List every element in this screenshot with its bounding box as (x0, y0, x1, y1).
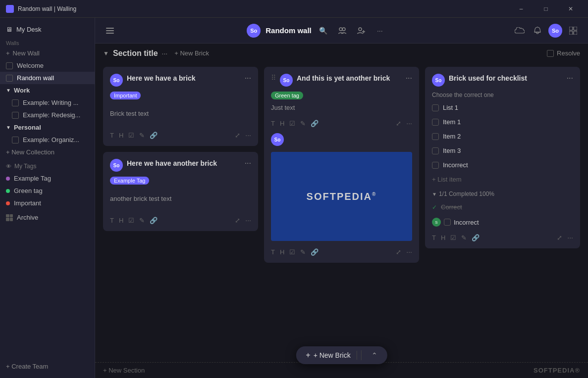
sidebar-item-welcome[interactable]: Welcome (0, 59, 95, 72)
heading-icon[interactable]: H (441, 234, 445, 241)
section-chevron-icon[interactable]: ▼ (103, 50, 109, 57)
new-collection-button[interactable]: + New Collection (0, 146, 95, 158)
heading-icon[interactable]: H (119, 217, 123, 224)
mention-icon[interactable]: ✎ (139, 217, 145, 224)
brick-tag[interactable]: Green tag (271, 92, 303, 99)
checklist-checkbox-3[interactable] (432, 133, 439, 140)
fab-collapse-button[interactable]: ⌃ (366, 351, 377, 359)
layout-button[interactable] (566, 24, 580, 38)
brick-menu-button[interactable]: ··· (245, 159, 251, 168)
minimize-button[interactable]: – (510, 0, 533, 18)
mention-icon[interactable]: ✎ (300, 248, 306, 256)
maximize-button[interactable]: □ (535, 0, 557, 18)
brick-title[interactable]: And this is yet another brick (297, 74, 402, 83)
sidebar-item-example-organiz[interactable]: Example: Organiz... (0, 134, 95, 146)
link-icon[interactable]: 🔗 (311, 248, 319, 256)
sidebar-item-example-writing[interactable]: Example: Writing ... (0, 96, 95, 109)
checklist-checkbox-2[interactable] (432, 119, 439, 126)
text-format-icon[interactable]: T (432, 234, 436, 241)
mention-icon[interactable]: ✎ (300, 120, 306, 127)
text-format-icon[interactable]: T (110, 132, 114, 139)
brick-more-button[interactable]: ··· (406, 248, 412, 256)
checklist-checkbox-4[interactable] (432, 147, 439, 154)
svg-rect-11 (574, 27, 577, 30)
section-new-brick-button[interactable]: + New Brick (171, 48, 212, 58)
add-list-item-button[interactable]: + List item (432, 174, 573, 185)
checklist-icon[interactable]: ☑ (128, 132, 134, 139)
brick-more-button[interactable]: ··· (245, 131, 251, 139)
heading-icon[interactable]: H (119, 132, 123, 139)
checklist-checkbox-5[interactable] (432, 162, 439, 169)
heading-icon[interactable]: H (280, 120, 284, 127)
new-section-label: + New Section (103, 367, 145, 374)
brick-title[interactable]: Here we have a brick (127, 74, 241, 83)
checklist-icon[interactable]: ☑ (289, 120, 295, 127)
new-section-bar[interactable]: + New Section (95, 362, 588, 378)
sidebar-group-personal[interactable]: ▼ Personal (0, 121, 95, 134)
more-button[interactable]: ··· (373, 24, 387, 38)
create-team-button[interactable]: + Create Team (6, 363, 89, 370)
brick-menu-button[interactable]: ··· (567, 74, 573, 83)
brick-title[interactable]: Brick used for checklist (449, 74, 563, 83)
brick-more-button[interactable]: ··· (245, 216, 251, 224)
tag-dot (6, 177, 10, 181)
resolve-button[interactable]: Resolve (547, 49, 580, 57)
user-avatar-right[interactable]: So (548, 24, 562, 38)
new-brick-fab-button[interactable]: + + New Brick (306, 351, 357, 360)
close-button[interactable]: ✕ (559, 0, 582, 18)
sidebar-item-archive[interactable]: Archive (0, 211, 95, 224)
my-desk-item[interactable]: 🖥 My Desk (0, 22, 95, 37)
incorrect-checkbox[interactable] (444, 219, 451, 226)
brick-title[interactable]: Here we have another brick (127, 159, 241, 168)
heading-icon[interactable]: H (280, 248, 284, 256)
text-format-icon[interactable]: T (271, 248, 275, 256)
section-menu-button[interactable]: ··· (162, 49, 168, 57)
cloud-button[interactable] (513, 24, 527, 38)
main-content: So Random wall 🔍 ··· So (95, 18, 588, 378)
sidebar-item-example-redesig[interactable]: Example: Redesig... (0, 109, 95, 121)
text-format-icon[interactable]: T (110, 217, 114, 224)
link-icon[interactable]: 🔗 (150, 132, 158, 139)
expand-button[interactable]: ⤢ (396, 248, 401, 256)
expand-button[interactable]: ⤢ (396, 120, 401, 127)
brick-more-button[interactable]: ··· (406, 119, 412, 127)
welcome-label: Welcome (17, 62, 44, 69)
hamburger-button[interactable] (103, 24, 117, 38)
resolve-checkbox[interactable] (547, 50, 554, 57)
brick-menu-button[interactable]: ··· (406, 74, 412, 83)
expand-button[interactable]: ⤢ (235, 132, 240, 139)
link-icon[interactable]: 🔗 (311, 120, 319, 127)
page-icon (6, 75, 13, 82)
checklist-progress: ▼ 1/1 Completed 100% (432, 190, 573, 197)
incorrect-row: S Incorrect (432, 218, 573, 227)
mention-icon[interactable]: ✎ (139, 132, 145, 139)
text-format-icon[interactable]: T (271, 120, 275, 127)
expand-button[interactable]: ⤢ (235, 217, 240, 224)
sidebar-item-random-wall[interactable]: Random wall (0, 72, 95, 84)
sidebar-tag-green[interactable]: Green tag (0, 185, 95, 197)
mention-icon[interactable]: ✎ (461, 234, 467, 241)
sidebar-group-work[interactable]: ▼ Work (0, 84, 95, 96)
notification-button[interactable] (531, 24, 544, 38)
add-user-button[interactable] (354, 24, 368, 38)
checklist-icon[interactable]: ☑ (450, 234, 456, 241)
checklist-icon[interactable]: ☑ (128, 217, 134, 224)
section-title[interactable]: Section title (113, 49, 158, 58)
brick-menu-button[interactable]: ··· (245, 74, 251, 83)
link-icon[interactable]: 🔗 (150, 217, 158, 224)
sidebar-tag-example[interactable]: Example Tag (0, 172, 95, 185)
sidebar-tag-important[interactable]: Important (0, 197, 95, 209)
tag-dot (6, 201, 10, 205)
brick-tag[interactable]: Important (110, 92, 141, 99)
expand-button[interactable]: ⤢ (557, 234, 562, 241)
new-wall-button[interactable]: + New Wall (0, 47, 95, 59)
brick-more-button[interactable]: ··· (567, 234, 573, 241)
team-button[interactable] (335, 24, 349, 38)
checklist-icon[interactable]: ☑ (289, 248, 295, 256)
drag-handle-icon[interactable]: ⠿ (271, 74, 276, 82)
checklist-checkbox-1[interactable] (432, 104, 439, 111)
brick-tag[interactable]: Example Tag (110, 177, 149, 185)
search-button[interactable]: 🔍 (317, 24, 330, 38)
chevron-down-icon[interactable]: ▼ (432, 191, 437, 197)
link-icon[interactable]: 🔗 (472, 234, 480, 241)
